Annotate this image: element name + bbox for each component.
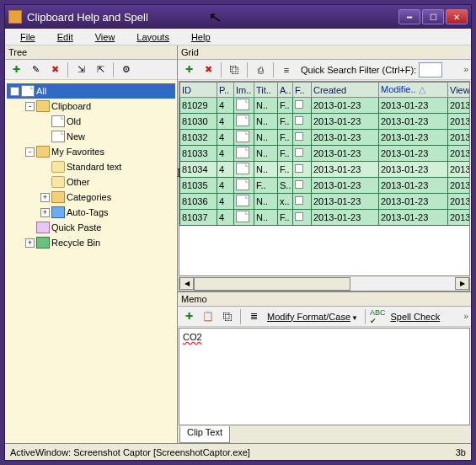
cell[interactable]: 81037 xyxy=(180,210,217,226)
grid-table[interactable]: IDP..Im..Tit..A..F..CreatedModifie.. △Vi… xyxy=(179,81,470,276)
menu-file[interactable]: File xyxy=(10,30,45,44)
menu-edit[interactable]: Edit xyxy=(47,30,83,44)
tree-collapse-icon[interactable]: ⇱ xyxy=(92,61,109,78)
col-header[interactable]: View.. xyxy=(448,83,471,98)
cell[interactable]: 4 xyxy=(217,146,234,162)
titlebar[interactable]: Clipboard Help and Spell ━ ☐ ✕ xyxy=(5,5,471,29)
cell[interactable]: 2013 xyxy=(448,130,471,146)
tree-new-icon[interactable]: ✚ xyxy=(8,61,24,78)
tree-expand-icon[interactable]: ⇲ xyxy=(72,61,89,78)
grid-copy-icon[interactable]: ⿻ xyxy=(226,61,243,78)
tree-item[interactable]: -All xyxy=(7,83,175,99)
cell[interactable]: 2013 xyxy=(448,162,471,178)
checkbox[interactable] xyxy=(295,164,303,173)
table-row[interactable]: 810304N..F..2013-01-232013-01-232013 xyxy=(180,114,471,130)
cell[interactable]: 4 xyxy=(217,210,234,226)
cell[interactable]: F.. xyxy=(278,130,293,146)
cell[interactable]: 2013 xyxy=(448,194,471,210)
tree-item[interactable]: Other xyxy=(7,174,175,190)
cell[interactable]: 81035 xyxy=(180,178,217,194)
cell[interactable]: N.. xyxy=(254,114,278,130)
cell[interactable]: F.. xyxy=(278,162,293,178)
cell[interactable]: 2013-01-23 xyxy=(379,194,448,210)
cell[interactable]: 2013-01-23 xyxy=(312,162,379,178)
cell[interactable]: 81036 xyxy=(180,194,217,210)
cell[interactable]: 2013-01-23 xyxy=(379,130,448,146)
memo-copy-icon[interactable]: ⿻ xyxy=(219,308,236,325)
cell[interactable]: 2013 xyxy=(448,98,471,114)
cell[interactable]: 2013-01-23 xyxy=(312,194,379,210)
table-row[interactable]: 810294N..F..2013-01-232013-01-232013 xyxy=(180,98,471,114)
cell[interactable] xyxy=(234,178,254,194)
col-header[interactable]: ID xyxy=(180,83,217,98)
cell[interactable]: 2013 xyxy=(448,210,471,226)
checkbox[interactable] xyxy=(295,212,303,221)
scroll-right-icon[interactable]: ▶ xyxy=(455,277,469,290)
col-header[interactable]: F.. xyxy=(293,83,312,98)
cell[interactable]: S.. xyxy=(278,178,293,194)
cell[interactable]: 81032 xyxy=(180,130,217,146)
tree-item[interactable]: +Recycle Bin xyxy=(7,235,175,250)
checkbox[interactable] xyxy=(295,100,303,109)
cell[interactable]: F.. xyxy=(278,114,293,130)
cell[interactable]: 2013-01-23 xyxy=(379,162,448,178)
col-header[interactable]: Created xyxy=(312,83,379,98)
menu-help[interactable]: Help xyxy=(181,30,221,44)
cell[interactable] xyxy=(234,194,254,210)
scroll-thumb[interactable] xyxy=(194,277,350,291)
cell[interactable]: N.. xyxy=(254,130,278,146)
cell[interactable]: F.. xyxy=(278,210,293,226)
cell[interactable]: 4 xyxy=(217,194,234,210)
cell[interactable] xyxy=(234,210,254,226)
cell[interactable]: 4 xyxy=(217,98,234,114)
grid-filter-icon[interactable]: ≡ xyxy=(278,61,295,78)
cell[interactable]: 2013 xyxy=(448,146,471,162)
grid-new-icon[interactable]: ✚ xyxy=(180,61,197,78)
minimize-button[interactable]: ━ xyxy=(398,9,420,24)
tree-item[interactable]: +Auto-Tags xyxy=(7,205,175,220)
cell[interactable]: 2013-01-23 xyxy=(312,98,379,114)
tree-expand-toggle[interactable]: + xyxy=(40,193,50,202)
cell[interactable]: 81029 xyxy=(180,98,217,114)
tree-expand-toggle[interactable]: - xyxy=(25,102,35,111)
toolbar-overflow-icon[interactable]: » xyxy=(463,65,468,74)
cell[interactable] xyxy=(234,162,254,178)
memo-paste-icon[interactable]: 📋 xyxy=(200,308,217,325)
cell[interactable]: N.. xyxy=(254,210,278,226)
cell[interactable] xyxy=(293,98,312,114)
memo-new-icon[interactable]: ✚ xyxy=(180,308,197,325)
cell[interactable] xyxy=(234,98,254,114)
spell-check-button[interactable]: Spell Check xyxy=(388,312,442,322)
cell[interactable]: N.. xyxy=(254,162,278,178)
col-header[interactable]: P.. xyxy=(217,83,234,98)
cell[interactable]: 81033 xyxy=(180,146,217,162)
checkbox[interactable] xyxy=(295,148,303,157)
cell[interactable]: 2013-01-23 xyxy=(312,210,379,226)
cell[interactable]: 2013-01-23 xyxy=(312,114,379,130)
cell[interactable]: 81030 xyxy=(180,114,217,130)
cell[interactable]: 2013 xyxy=(448,178,471,194)
cell[interactable]: 2013-01-23 xyxy=(312,146,379,162)
modify-format-button[interactable]: Modify Format/Case▼ xyxy=(265,312,361,322)
cell[interactable] xyxy=(293,194,312,210)
tree-delete-icon[interactable]: ✖ xyxy=(46,61,63,78)
cell[interactable]: 2013-01-23 xyxy=(312,178,379,194)
menu-view[interactable]: View xyxy=(85,30,126,44)
tree-item[interactable]: -My Favorites xyxy=(7,144,175,159)
close-button[interactable]: ✕ xyxy=(446,9,468,24)
cell[interactable]: 2013-01-23 xyxy=(312,130,379,146)
tree-item[interactable]: Old xyxy=(7,114,175,129)
cell[interactable]: N.. xyxy=(254,98,278,114)
scroll-track[interactable] xyxy=(194,277,455,291)
tree-expand-toggle[interactable]: - xyxy=(25,147,35,157)
col-header[interactable]: A.. xyxy=(278,83,293,98)
cell[interactable] xyxy=(234,114,254,130)
cell[interactable]: 81034 xyxy=(180,162,217,178)
col-header[interactable]: Modifie.. △ xyxy=(379,83,448,98)
table-row[interactable]: 810324N..F..2013-01-232013-01-232013 xyxy=(180,130,471,146)
checkbox[interactable] xyxy=(295,180,303,189)
cell[interactable]: 2013 xyxy=(448,114,471,130)
memo-format-icon[interactable]: ≣ xyxy=(245,308,262,325)
quick-search-input[interactable] xyxy=(419,62,442,78)
cell[interactable] xyxy=(293,162,312,178)
